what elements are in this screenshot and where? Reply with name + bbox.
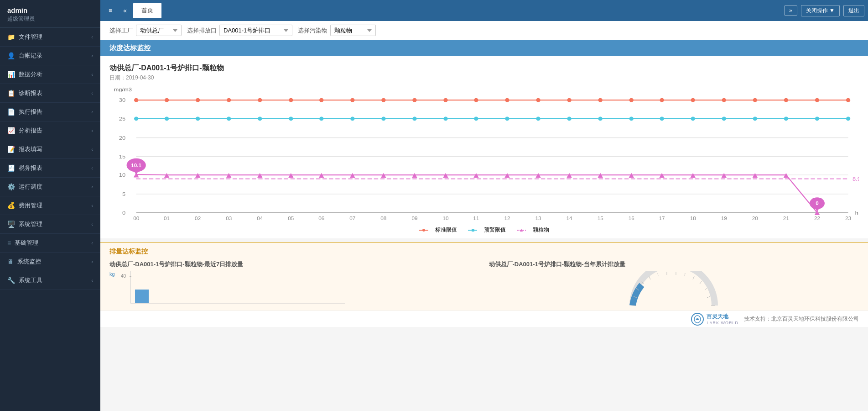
emission-weekly-svg: 40 bbox=[117, 271, 345, 308]
outlet-select[interactable]: DA001-1号炉排口 bbox=[219, 25, 292, 36]
factory-select[interactable]: 动供总厂 bbox=[136, 25, 182, 36]
svg-point-25 bbox=[443, 98, 447, 102]
home-tab[interactable]: 首页 bbox=[133, 3, 161, 18]
svg-point-17 bbox=[196, 98, 200, 102]
topbar-right: » 关闭操作 ▼ 退出 bbox=[784, 5, 864, 16]
close-ops-button[interactable]: 关闭操作 ▼ bbox=[801, 5, 840, 16]
svg-point-57 bbox=[691, 117, 695, 121]
svg-text:18: 18 bbox=[690, 216, 696, 221]
logout-button[interactable]: 退出 bbox=[843, 5, 864, 16]
svg-line-134 bbox=[649, 276, 650, 279]
svg-point-16 bbox=[165, 98, 169, 102]
sidebar-item-data-analysis[interactable]: 📊 数据分析 ‹ bbox=[0, 65, 100, 84]
sidebar-item-form-fill[interactable]: 📝 报表填写 ‹ bbox=[0, 140, 100, 159]
svg-text:15: 15 bbox=[119, 153, 125, 159]
menu-toggle-button[interactable]: ≡ bbox=[104, 5, 117, 16]
svg-rect-129 bbox=[135, 290, 149, 303]
svg-point-23 bbox=[381, 98, 385, 102]
concentration-section-header: 浓度达标监控 bbox=[100, 40, 868, 56]
svg-line-141 bbox=[705, 288, 707, 290]
sidebar-icon-sys-tools: 🔧 bbox=[7, 277, 15, 284]
svg-text:09: 09 bbox=[411, 216, 417, 221]
sidebar-arrow-file-mgmt: ‹ bbox=[91, 34, 93, 40]
svg-text:8.91: 8.91 bbox=[852, 176, 859, 182]
svg-point-19 bbox=[258, 98, 262, 102]
sidebar-item-cost-mgmt[interactable]: 💰 费用管理 ‹ bbox=[0, 196, 100, 215]
sidebar-item-file-mgmt[interactable]: 📁 文件管理 ‹ bbox=[0, 28, 100, 47]
sidebar-item-operation[interactable]: ⚙️ 运行调度 ‹ bbox=[0, 178, 100, 196]
admin-name: admin bbox=[7, 6, 93, 14]
logo-circle bbox=[691, 313, 704, 326]
svg-point-18 bbox=[227, 98, 231, 102]
sidebar-label-base-mgmt: 基础管理 bbox=[15, 239, 38, 247]
svg-point-33 bbox=[691, 98, 695, 102]
svg-point-56 bbox=[660, 117, 664, 121]
svg-point-31 bbox=[629, 98, 634, 102]
sidebar-label-file-mgmt: 文件管理 bbox=[19, 33, 42, 41]
svg-point-60 bbox=[784, 117, 788, 121]
sidebar-nav: 📁 文件管理 ‹ 👤 台帐记录 ‹ 📊 数据分析 ‹ 📋 诊断报表 ‹ bbox=[0, 28, 100, 290]
svg-text:25: 25 bbox=[119, 116, 125, 122]
svg-point-43 bbox=[258, 117, 262, 121]
svg-text:12: 12 bbox=[504, 216, 510, 221]
sidebar-item-diagnosis[interactable]: 📋 诊断报表 ‹ bbox=[0, 84, 100, 103]
svg-point-35 bbox=[753, 98, 757, 102]
svg-marker-66 bbox=[164, 173, 170, 178]
sidebar-icon-base-mgmt: ≡ bbox=[7, 239, 11, 247]
sidebar-icon-analysis-report: 📈 bbox=[7, 127, 15, 134]
emission-charts: 动供总厂-DA001-1号炉排口-颗粒物-最近7日排放量 kg 40 bbox=[109, 260, 859, 308]
svg-point-54 bbox=[598, 117, 602, 121]
svg-text:10: 10 bbox=[442, 216, 448, 221]
factory-label: 选择工厂 bbox=[109, 26, 133, 35]
pollutant-filter-group: 选择污染物 颗粒物 bbox=[298, 25, 376, 36]
svg-point-40 bbox=[165, 117, 169, 121]
sidebar-arrow-analysis-report: ‹ bbox=[91, 128, 93, 133]
svg-point-62 bbox=[846, 117, 850, 121]
sidebar: admin 超级管理员 📁 文件管理 ‹ 👤 台帐记录 ‹ 📊 数据分析 ‹ 📋 bbox=[0, 0, 100, 411]
svg-point-61 bbox=[815, 117, 819, 121]
sidebar-label-data-analysis: 数据分析 bbox=[19, 70, 42, 79]
legend-standard: 标准限值 bbox=[419, 226, 457, 234]
sidebar-arrow-form-fill: ‹ bbox=[91, 147, 93, 152]
svg-text:17: 17 bbox=[659, 216, 665, 221]
content-area: 选择工厂 动供总厂 选择排放口 DA001-1号炉排口 选择污染物 颗粒物 浓度… bbox=[100, 21, 868, 411]
legend-particles-label: 颗粒物 bbox=[533, 226, 549, 234]
sidebar-item-tax-report[interactable]: 🧾 税务报表 ‹ bbox=[0, 159, 100, 178]
sidebar-item-analysis-report[interactable]: 📈 分析报告 ‹ bbox=[0, 121, 100, 140]
svg-text:00: 00 bbox=[133, 216, 139, 221]
sidebar-arrow-tax-report: ‹ bbox=[91, 165, 93, 171]
sidebar-item-base-mgmt[interactable]: ≡ 基础管理 ‹ bbox=[0, 234, 100, 253]
filter-bar: 选择工厂 动供总厂 选择排放口 DA001-1号炉排口 选择污染物 颗粒物 bbox=[100, 21, 868, 40]
pollutant-select[interactable]: 颗粒物 bbox=[330, 25, 376, 36]
sidebar-arrow-data-analysis: ‹ bbox=[91, 72, 93, 77]
sidebar-item-sys-monitor[interactable]: 🖥 系统监控 ‹ bbox=[0, 253, 100, 271]
sidebar-item-account[interactable]: 👤 台帐记录 ‹ bbox=[0, 47, 100, 65]
svg-text:11: 11 bbox=[473, 216, 479, 221]
sidebar-arrow-sys-monitor: ‹ bbox=[91, 259, 93, 264]
sidebar-label-form-fill: 报表填写 bbox=[19, 145, 42, 153]
sidebar-item-sys-mgmt[interactable]: 🖥️ 系统管理 ‹ bbox=[0, 215, 100, 234]
svg-point-32 bbox=[660, 98, 664, 102]
footer-support-text: 技术支持：北京百灵天地环保科技股份有限公司 bbox=[744, 315, 859, 323]
svg-text:13: 13 bbox=[535, 216, 541, 221]
svg-point-46 bbox=[350, 117, 354, 121]
emission-annual-title: 动供总厂-DA001-1号炉排口-颗粒物-当年累计排放量 bbox=[489, 260, 859, 269]
svg-point-48 bbox=[412, 117, 416, 121]
svg-text:5: 5 bbox=[122, 191, 125, 197]
sidebar-item-sys-tools[interactable]: 🔧 系统工具 ‹ bbox=[0, 271, 100, 290]
back-button[interactable]: « bbox=[119, 5, 131, 16]
svg-point-30 bbox=[598, 98, 602, 102]
svg-rect-122 bbox=[472, 229, 474, 232]
svg-text:19: 19 bbox=[721, 216, 727, 221]
legend-warning: 预警限值 bbox=[468, 226, 506, 234]
emission-annual-chart: 动供总厂-DA001-1号炉排口-颗粒物-当年累计排放量 bbox=[489, 260, 859, 308]
sidebar-arrow-base-mgmt: ‹ bbox=[91, 240, 93, 246]
chart-legend: 标准限值 预警限值 颗粒物 bbox=[109, 226, 859, 234]
sidebar-arrow-cost-mgmt: ‹ bbox=[91, 203, 93, 208]
sidebar-label-sys-mgmt: 系统管理 bbox=[19, 220, 42, 228]
svg-text:06: 06 bbox=[318, 216, 324, 221]
sidebar-item-exec-report[interactable]: 📄 执行报告 ‹ bbox=[0, 103, 100, 121]
forward-button[interactable]: » bbox=[784, 5, 797, 16]
svg-text:0: 0 bbox=[122, 210, 125, 216]
svg-point-45 bbox=[319, 117, 323, 121]
